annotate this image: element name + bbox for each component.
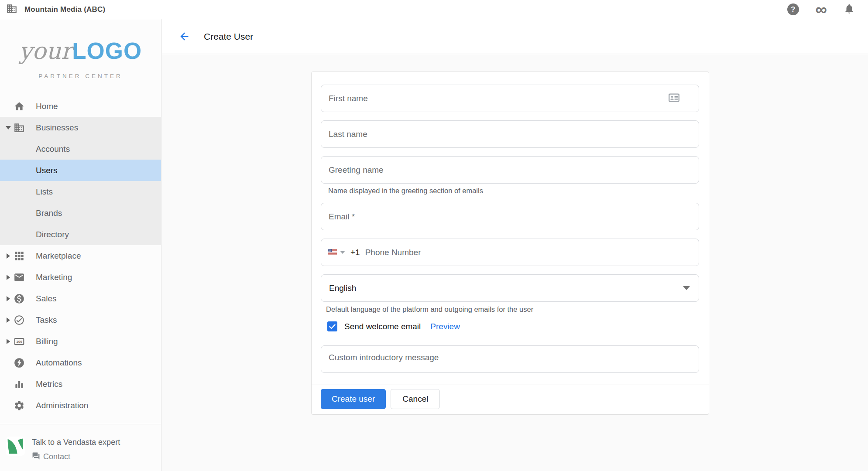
envelope-icon bbox=[13, 272, 25, 283]
main-content: Create User Name displayed in the greeti… bbox=[162, 19, 868, 471]
vendasta-logo bbox=[6, 437, 25, 456]
sidebar-item-marketplace[interactable]: Marketplace bbox=[0, 245, 161, 266]
banknote-icon: 100 bbox=[13, 336, 25, 347]
create-user-button[interactable]: Create user bbox=[321, 389, 386, 409]
phone-number-field[interactable] bbox=[360, 239, 691, 266]
chevron-right-icon bbox=[3, 275, 13, 280]
gear-icon bbox=[13, 400, 25, 411]
sidebar-item-brands[interactable]: Brands bbox=[0, 202, 161, 224]
expert-text: Talk to a Vendasta expert bbox=[32, 437, 120, 447]
welcome-email-row: Send welcome email Preview bbox=[327, 321, 699, 331]
building-icon bbox=[6, 3, 17, 16]
sidebar-nav: Home Businesses Accounts Users Lists Bra… bbox=[0, 96, 161, 416]
last-name-field[interactable] bbox=[321, 120, 699, 148]
form-footer: Create user Cancel bbox=[312, 385, 709, 414]
sidebar-item-directory[interactable]: Directory bbox=[0, 224, 161, 245]
chevron-right-icon bbox=[3, 296, 13, 301]
phone-group: +1 bbox=[321, 239, 699, 266]
help-icon[interactable]: ? bbox=[787, 3, 799, 15]
sidebar-item-home[interactable]: Home bbox=[0, 96, 161, 117]
contact-card-icon bbox=[668, 92, 680, 105]
custom-message-field[interactable] bbox=[321, 345, 699, 373]
preview-link[interactable]: Preview bbox=[430, 322, 460, 331]
sidebar-item-tasks[interactable]: Tasks bbox=[0, 309, 161, 331]
chevron-down-icon bbox=[683, 286, 690, 290]
sidebar-item-businesses[interactable]: Businesses bbox=[0, 117, 161, 138]
sidebar-item-sales[interactable]: Sales bbox=[0, 288, 161, 309]
cancel-button[interactable]: Cancel bbox=[391, 389, 440, 409]
infinity-icon[interactable]: ∞ bbox=[816, 3, 827, 15]
back-button[interactable] bbox=[178, 30, 191, 43]
language-select[interactable]: English bbox=[321, 274, 699, 302]
partner-center-label: PARTNER CENTER bbox=[0, 73, 161, 79]
create-user-form: Name displayed in the greeting section o… bbox=[311, 72, 709, 415]
grid-icon bbox=[13, 250, 25, 262]
sidebar-item-marketing[interactable]: Marketing bbox=[0, 266, 161, 288]
check-circle-icon bbox=[13, 314, 25, 326]
chat-icon bbox=[32, 452, 40, 462]
us-flag-icon[interactable] bbox=[328, 248, 337, 257]
send-welcome-email-checkbox[interactable] bbox=[327, 321, 337, 331]
greeting-name-field[interactable] bbox=[321, 156, 699, 184]
email-group bbox=[321, 203, 699, 230]
sidebar-item-users[interactable]: Users bbox=[0, 160, 161, 181]
chevron-right-icon bbox=[3, 253, 13, 259]
greeting-name-helper: Name displayed in the greeting section o… bbox=[328, 187, 699, 195]
brand-title: Mountain Media (ABC) bbox=[24, 5, 105, 14]
page-title: Create User bbox=[204, 31, 253, 42]
language-helper: Default language of the platform and out… bbox=[326, 305, 699, 314]
top-bar: Mountain Media (ABC) ? ∞ bbox=[0, 0, 868, 19]
vendasta-expert-section: Talk to a Vendasta expert Contact bbox=[0, 424, 161, 462]
sidebar-item-automations[interactable]: Automations bbox=[0, 352, 161, 373]
greeting-name-group bbox=[321, 156, 699, 184]
page-header: Create User bbox=[162, 19, 868, 54]
language-value: English bbox=[329, 283, 356, 293]
email-field[interactable] bbox=[321, 203, 699, 230]
sidebar-item-accounts[interactable]: Accounts bbox=[0, 138, 161, 160]
chevron-right-icon bbox=[3, 339, 13, 344]
logo-word-logo: LOGO bbox=[72, 38, 142, 64]
first-name-group bbox=[321, 85, 699, 112]
home-icon bbox=[13, 101, 25, 112]
sidebar-item-billing[interactable]: 100 Billing bbox=[0, 331, 161, 352]
send-welcome-email-label: Send welcome email bbox=[344, 322, 421, 331]
last-name-group bbox=[321, 120, 699, 148]
brand-switcher[interactable]: Mountain Media (ABC) bbox=[0, 3, 105, 16]
logo-word-your: your bbox=[19, 38, 72, 64]
dial-code: +1 bbox=[350, 248, 360, 257]
chevron-down-icon[interactable] bbox=[340, 251, 345, 254]
building-icon bbox=[13, 122, 25, 133]
chevron-right-icon bbox=[3, 317, 13, 323]
sidebar-item-lists[interactable]: Lists bbox=[0, 181, 161, 202]
chevron-down-icon bbox=[3, 126, 13, 130]
sidebar: yourLOGO PARTNER CENTER Home Businesses … bbox=[0, 19, 161, 471]
bell-icon[interactable] bbox=[844, 3, 855, 16]
bar-chart-icon bbox=[13, 379, 25, 390]
first-name-field[interactable] bbox=[321, 85, 699, 112]
businesses-group: Businesses Accounts Users Lists Brands D… bbox=[0, 117, 161, 245]
svg-text:100: 100 bbox=[16, 340, 22, 344]
lightning-circle-icon bbox=[13, 357, 25, 369]
sidebar-item-metrics[interactable]: Metrics bbox=[0, 373, 161, 395]
partner-logo: yourLOGO PARTNER CENTER bbox=[0, 19, 161, 79]
contact-link[interactable]: Contact bbox=[32, 452, 120, 462]
dollar-circle-icon bbox=[13, 293, 25, 304]
sidebar-item-administration[interactable]: Administration bbox=[0, 395, 161, 416]
